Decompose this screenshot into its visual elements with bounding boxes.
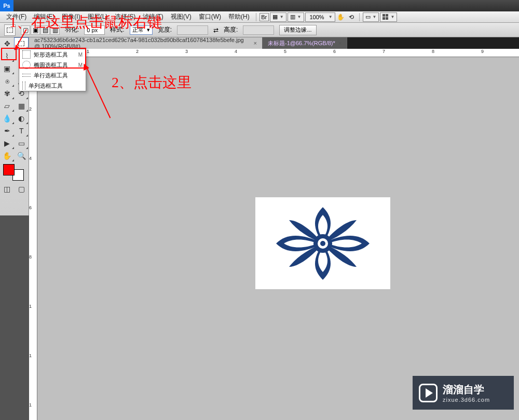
quickmask-toggle[interactable]: ◫ (0, 183, 15, 195)
watermark: 溜溜自学 zixue.3d66.com (413, 376, 514, 410)
menu-window[interactable]: 窗口(W) (196, 11, 224, 22)
color-swatch[interactable] (3, 164, 24, 181)
add-selection-icon[interactable]: ▣ (31, 25, 40, 35)
menu-bar: 文件(F) 编辑(E) 图像(I) 图层(L) 选择(S) 滤镜(T) 视图(V… (0, 11, 519, 23)
ctx-label: 椭圆选框工具 (34, 61, 68, 69)
watermark-title: 溜溜自学 (443, 383, 490, 397)
swap-dimensions-icon[interactable]: ⇄ (213, 26, 218, 34)
zoom-tool[interactable]: 🔍 (15, 150, 29, 162)
pen-tool[interactable]: ✒ (0, 125, 15, 137)
canvas[interactable] (37, 57, 519, 420)
blur-tool[interactable]: 💧 (0, 112, 15, 125)
hand-tool-icon[interactable]: ✋ (336, 13, 346, 21)
titlebar: Ps (0, 0, 519, 11)
menu-file[interactable]: 文件(F) (3, 11, 30, 22)
ctx-label: 矩形选框工具 (34, 51, 68, 59)
ellipse-marquee-icon (22, 61, 31, 69)
ctx-rectangular-marquee[interactable]: 矩形选框工具 M (19, 49, 86, 60)
svg-point-2 (320, 241, 325, 246)
flower-graphic (261, 202, 385, 285)
screen-mode-toggle[interactable]: ▢ (15, 183, 29, 195)
options-bar: ▢ ▣ ▤ ▥ 羽化: 0 px 样式: 正常▾ 宽度: ⇄ 高度: 调整边缘.… (0, 23, 519, 37)
separator (256, 13, 256, 21)
lasso-tool[interactable]: ⌇ (0, 50, 15, 62)
canvas-wrap: 01234567891 02468111 (29, 49, 519, 420)
eraser-tool[interactable]: ▱ (0, 100, 15, 112)
watermark-url: zixue.3d66.com (443, 397, 490, 403)
ctx-label: 单列选框工具 (29, 82, 63, 90)
separator (359, 13, 360, 21)
menu-help[interactable]: 帮助(H) (225, 11, 253, 22)
document-tabs: ac75323d6b6de243-cb1a21ced629c7a4-981c03… (29, 37, 519, 49)
ctx-elliptical-marquee[interactable]: 椭圆选框工具 M (19, 60, 86, 70)
dodge-tool[interactable]: ◐ (15, 112, 29, 125)
workspace: 01234567891 02468111 (0, 49, 519, 420)
shape-tool[interactable]: ▭ (15, 137, 29, 150)
tab-document-2[interactable]: 未标题-1@66.7%(RGB/8)* × (263, 37, 347, 49)
crop-tool[interactable]: ▣ (0, 62, 15, 75)
gradient-tool[interactable]: ▦ (15, 100, 29, 112)
ctx-single-row-marquee[interactable]: 单行选框工具 (19, 70, 86, 80)
intersect-selection-icon[interactable]: ▥ (50, 25, 60, 35)
ctx-label: 单行选框工具 (34, 72, 68, 79)
tab-label: ac75323d6b6de243-cb1a21ced629c7a4-981c03… (34, 37, 251, 49)
path-select-tool[interactable]: ▶ (0, 137, 15, 150)
current-tool-icon[interactable] (4, 24, 16, 36)
rotate-view-icon[interactable]: ⟲ (347, 13, 356, 21)
artwork-image (255, 197, 390, 289)
close-icon[interactable]: × (254, 40, 257, 46)
feather-label: 羽化: (65, 25, 79, 34)
menu-edit[interactable]: 编辑(E) (31, 11, 58, 22)
ctx-shortcut: M (78, 52, 83, 58)
style-label: 样式: (110, 25, 124, 34)
play-icon (419, 384, 438, 402)
tab-label: 未标题-1@66.7%(RGB/8)* (268, 39, 335, 47)
width-label: 宽度: (158, 25, 172, 34)
arrange-documents-dropdown[interactable]: ▼ (380, 12, 397, 22)
zoom-dropdown[interactable]: 100%▼ (305, 12, 335, 22)
marquee-context-menu: 矩形选框工具 M 椭圆选框工具 M 单行选框工具 单列选框工具 (19, 49, 86, 91)
bridge-icon[interactable]: Br (260, 13, 269, 21)
menu-layer[interactable]: 图层(L) (85, 11, 111, 22)
clone-stamp-tool[interactable]: ✾ (0, 87, 15, 100)
close-icon[interactable]: × (338, 40, 342, 46)
view-grid-dropdown[interactable]: ▥▼ (288, 12, 304, 22)
height-label: 高度: (224, 25, 238, 34)
subtract-selection-icon[interactable]: ▤ (40, 25, 50, 35)
ruler-horizontal[interactable]: 01234567891 (37, 49, 519, 57)
col-marquee-icon (22, 82, 25, 90)
menu-select[interactable]: 选择(S) (112, 11, 139, 22)
foreground-color[interactable] (3, 164, 15, 175)
screen-mode-dropdown[interactable]: ▭▼ (363, 12, 379, 22)
width-input[interactable] (177, 25, 208, 35)
ps-logo: Ps (0, 0, 13, 11)
row-marquee-icon (22, 74, 31, 77)
ctx-single-column-marquee[interactable]: 单列选框工具 (19, 80, 86, 91)
style-select[interactable]: 正常▾ (130, 25, 153, 35)
healing-brush-tool[interactable]: ⍟ (0, 75, 15, 87)
tab-document-1[interactable]: ac75323d6b6de243-cb1a21ced629c7a4-981c03… (29, 37, 263, 49)
menu-image[interactable]: 图像(I) (59, 11, 83, 22)
menu-filter[interactable]: 滤镜(T) (140, 11, 166, 22)
refine-edge-button[interactable]: 调整边缘... (279, 25, 316, 35)
height-input[interactable] (243, 25, 274, 35)
feather-input[interactable]: 0 px (84, 25, 105, 35)
menu-view[interactable]: 视图(V) (168, 11, 195, 22)
ruler-vertical[interactable]: 02468111 (29, 57, 37, 420)
type-tool[interactable]: T (15, 125, 29, 137)
rect-marquee-icon (22, 50, 31, 59)
hand-tool[interactable]: ✋ (0, 150, 15, 162)
view-extras-dropdown[interactable]: ▦▼ (270, 12, 286, 22)
